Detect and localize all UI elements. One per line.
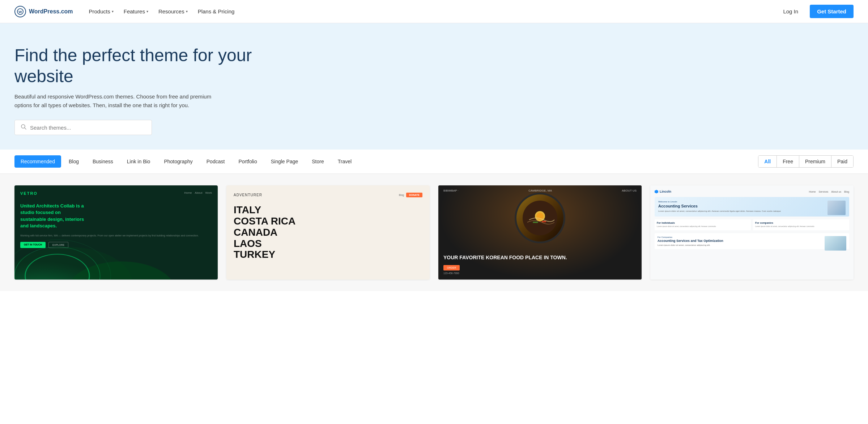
theme-lincoln-card-companies: For companies Lorem ipsum dolor sit amet… [753, 219, 849, 230]
search-input[interactable] [30, 125, 146, 131]
filter-recommended[interactable]: Recommended [14, 155, 61, 168]
navbar-actions: Log In Get Started [777, 5, 854, 18]
theme-preview-lincoln: Lincoln HomeServicesAbout usBlog Welcome… [650, 185, 854, 280]
theme-lincoln-nav: HomeServicesAbout usBlog [809, 190, 849, 193]
nav-plans-pricing[interactable]: Plans & Pricing [193, 5, 239, 17]
get-started-button[interactable]: Get Started [810, 5, 854, 18]
hero-title: Find the perfect theme for your website [14, 45, 268, 87]
filter-blog[interactable]: Blog [63, 155, 85, 168]
filter-bar: Recommended Blog Business Link in Bio Ph… [0, 150, 868, 174]
theme-food-phone: 123-456-7890 [443, 272, 637, 274]
hero-section: Find the perfect theme for your website … [0, 23, 868, 150]
nav-features[interactable]: Features ▾ [119, 5, 153, 17]
filter-photography[interactable]: Photography [158, 155, 199, 168]
theme-lincoln-bottom-title: Accounting Services and Tax Optimization [658, 239, 846, 243]
nav-menu: Products ▾ Features ▾ Resources ▾ Plans … [85, 5, 778, 17]
theme-vetro-logo-text: VETRO [20, 191, 38, 196]
theme-lincoln-card-individuals: For Individuals Lorem ipsum dolor sit am… [655, 219, 751, 230]
theme-food-location: CAMBRIDGE, MA [528, 189, 552, 192]
nav-resources[interactable]: Resources ▾ [154, 5, 192, 17]
theme-food-name: BIBIMBAP · [443, 189, 459, 192]
filter-type-all[interactable]: All [758, 156, 777, 167]
filter-portfolio[interactable]: Portfolio [232, 155, 263, 168]
filter-type-premium[interactable]: Premium [799, 156, 831, 167]
theme-lincoln-for-companies: For Companies [658, 236, 846, 238]
filter-link-in-bio[interactable]: Link in Bio [121, 155, 157, 168]
theme-food-cta: ORDER [443, 265, 460, 270]
nav-products-label: Products [89, 8, 110, 14]
chevron-down-icon: ▾ [112, 9, 114, 13]
theme-lincoln-logo: Lincoln [655, 190, 671, 193]
type-filter-group: All Free Premium Paid [758, 155, 854, 168]
theme-preview-bibimbap: BIBIMBAP · CAMBRIDGE, MA ABOUT US YOUR F… [438, 185, 642, 280]
themes-grid: VETRO HomeAboutWork United Architects Co… [0, 174, 868, 291]
search-box[interactable] [14, 120, 152, 135]
search-icon [21, 124, 26, 131]
theme-lincoln-hero-text: Lorem ipsum dolor sit amet, consectetur … [658, 210, 846, 213]
theme-card-lincoln[interactable]: Lincoln HomeServicesAbout usBlog Welcome… [650, 185, 854, 280]
nav-resources-label: Resources [158, 8, 184, 14]
theme-adv-logo-text: ADVENTURER [234, 193, 262, 197]
filter-business[interactable]: Business [86, 155, 119, 168]
chevron-down-icon: ▾ [186, 9, 188, 13]
filter-podcast[interactable]: Podcast [200, 155, 231, 168]
nav-plans-label: Plans & Pricing [198, 8, 235, 14]
site-logo[interactable]: W WordPress.com [14, 6, 73, 17]
navbar: W WordPress.com Products ▾ Features ▾ Re… [0, 0, 868, 23]
wp-logo-icon: W [14, 6, 26, 17]
category-filters: Recommended Blog Business Link in Bio Ph… [14, 155, 358, 168]
theme-preview-adventurer: ADVENTURER Blog DONATE ITALY COSTA RICA … [226, 185, 430, 280]
theme-adv-nav: Blog [399, 194, 404, 196]
theme-food-nav: ABOUT US [622, 189, 637, 192]
theme-adv-badge: DONATE [406, 193, 422, 197]
login-button[interactable]: Log In [777, 5, 804, 17]
nav-features-label: Features [124, 8, 145, 14]
filter-store[interactable]: Store [306, 155, 330, 168]
filter-type-paid[interactable]: Paid [831, 156, 853, 167]
chevron-down-icon: ▾ [146, 9, 148, 13]
theme-vetro-nav: HomeAboutWork [184, 191, 212, 196]
theme-card-bibimbap[interactable]: BIBIMBAP · CAMBRIDGE, MA ABOUT US YOUR F… [438, 185, 642, 280]
svg-text:W: W [18, 9, 22, 13]
theme-adv-destinations: ITALY COSTA RICA CANADA LAOS TURKEY [234, 205, 422, 260]
theme-vetro-title: United Architects Collab is a studio foc… [20, 203, 85, 229]
filter-single-page[interactable]: Single Page [265, 155, 305, 168]
theme-lincoln-hero-title: Accounting Services [658, 204, 846, 208]
theme-lincoln-welcome: Welcome to Lincoln [658, 201, 846, 203]
theme-food-title: YOUR FAVORITE KOREAN FOOD PLACE IN TOWN. [443, 254, 637, 261]
theme-card-vetro[interactable]: VETRO HomeAboutWork United Architects Co… [14, 185, 218, 280]
filter-travel[interactable]: Travel [332, 155, 358, 168]
filter-type-free[interactable]: Free [777, 156, 799, 167]
theme-lincoln-bottom-text: Lorem ipsum dolor sit amet, consectetur … [658, 244, 846, 246]
hero-subtitle: Beautiful and responsive WordPress.com t… [14, 92, 213, 110]
svg-line-3 [25, 128, 26, 129]
nav-products[interactable]: Products ▾ [85, 5, 118, 17]
theme-card-adventurer[interactable]: ADVENTURER Blog DONATE ITALY COSTA RICA … [226, 185, 430, 280]
brand-name: WordPress.com [29, 8, 73, 15]
theme-preview-vetro: VETRO HomeAboutWork United Architects Co… [14, 185, 218, 280]
